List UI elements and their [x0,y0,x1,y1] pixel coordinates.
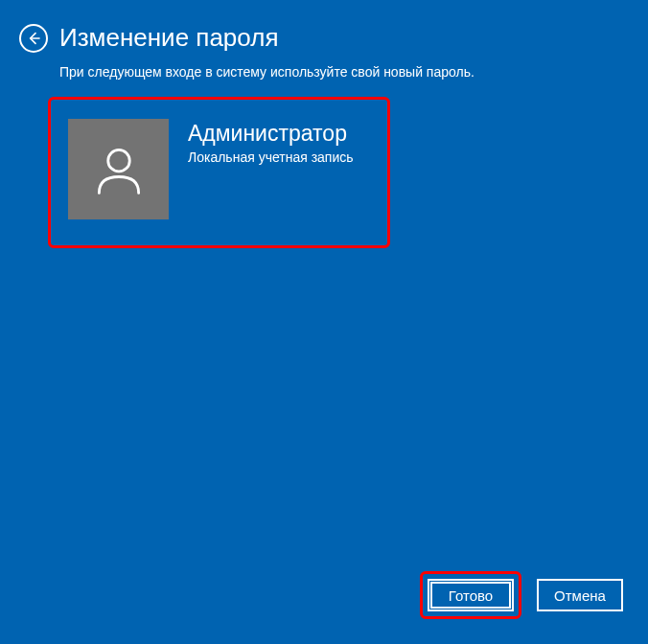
page-title: Изменение пароля [59,23,278,53]
user-icon [90,141,148,198]
done-button[interactable]: Готово [428,579,514,611]
user-info: Администратор Локальная учетная запись [169,119,354,165]
svg-point-1 [107,150,129,172]
avatar [68,119,169,219]
back-button[interactable] [19,24,48,53]
user-card: Администратор Локальная учетная запись [48,97,390,248]
done-highlight: Готово [420,571,521,619]
user-name: Администратор [188,121,354,148]
footer-buttons: Готово Отмена [420,571,623,619]
user-account-type: Локальная учетная запись [188,150,354,165]
page-subtitle: При следующем входе в систему используйт… [0,60,648,91]
cancel-button[interactable]: Отмена [537,579,623,611]
arrow-left-icon [26,31,41,46]
